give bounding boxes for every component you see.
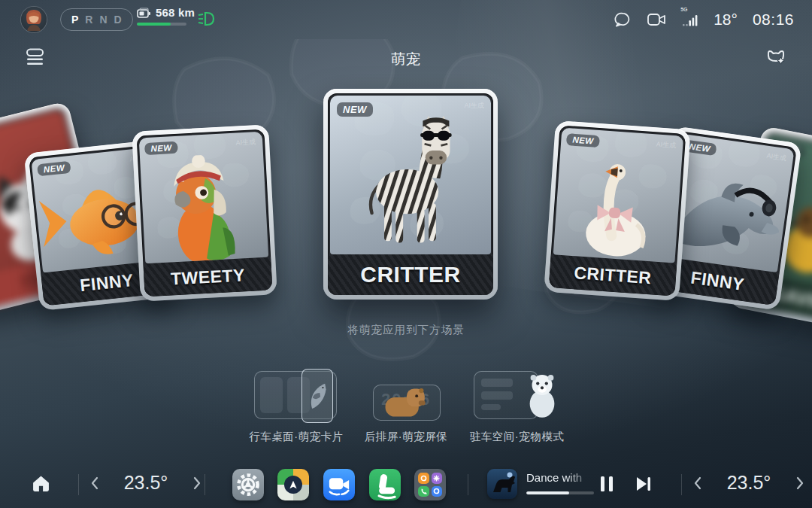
right-temp-decrease-button[interactable]	[690, 473, 705, 494]
left-temp-decrease-button[interactable]	[87, 473, 102, 494]
parrot-illustration	[156, 153, 253, 263]
dock-divider	[205, 474, 205, 495]
dock-divider	[78, 474, 79, 495]
new-badge: NEW	[144, 141, 178, 155]
app-grid-icon	[414, 469, 446, 500]
avatar-illustration	[21, 7, 47, 32]
media-player: Dance with	[487, 469, 597, 499]
gear-d: D	[114, 14, 122, 26]
video-call-status-icon[interactable]	[647, 11, 667, 28]
battery-icon	[137, 8, 151, 18]
pet-name: CRITTER	[360, 262, 461, 287]
ai-generated-label: AI生成	[235, 137, 256, 148]
pet-card-critter-zebra[interactable]: NEW AI生成 CRITTER	[323, 89, 498, 300]
network-label: 5G	[680, 7, 687, 12]
app-settings[interactable]	[232, 469, 264, 500]
app-seat[interactable]	[369, 469, 401, 500]
user-avatar[interactable]	[21, 7, 47, 32]
right-temp-increase-button[interactable]	[792, 473, 807, 494]
dock: 23.5°	[0, 461, 812, 508]
pet-name: CRITTER	[574, 263, 653, 288]
dock-divider	[681, 474, 682, 495]
pet-name: FINNY	[689, 267, 746, 295]
right-climate-control: 23.5°	[690, 472, 807, 494]
gear-r: R	[85, 14, 92, 26]
scene-label: 行车桌面·萌宠卡片	[249, 430, 343, 444]
zebra-illustration	[347, 116, 474, 254]
scene-driving-desktop[interactable]: 行车桌面·萌宠卡片	[254, 371, 338, 419]
scene-parked-pet-mode[interactable]: 驻车空间·宠物模式	[474, 371, 560, 419]
capybara-illustration	[383, 386, 429, 419]
ai-generated-label: AI生成	[464, 101, 484, 111]
left-climate-control: 23.5°	[87, 472, 205, 494]
signal-icon: 5G	[682, 12, 698, 27]
album-art[interactable]	[487, 469, 517, 499]
app-video-call[interactable]	[323, 469, 355, 500]
battery-bar-fill	[137, 23, 171, 26]
pet-card-tweety[interactable]: NEW AI生成 TWEETY	[132, 124, 277, 301]
next-track-button[interactable]	[635, 476, 652, 492]
left-temp-increase-button[interactable]	[189, 473, 205, 494]
scene-preview-pet-mode	[474, 371, 538, 419]
navigation-arrow-icon	[284, 476, 302, 494]
otter-illustration	[523, 372, 562, 418]
dock-divider	[468, 474, 468, 495]
status-bar: P R N D 568 km	[0, 0, 812, 39]
pet-name: TWEETY	[170, 265, 245, 289]
video-camera-icon	[323, 469, 355, 500]
battery-range: 568 km	[137, 6, 195, 26]
new-badge: NEW	[566, 133, 600, 148]
voice-chat-icon[interactable]	[614, 11, 632, 29]
right-temp-value[interactable]: 23.5°	[722, 472, 776, 494]
gear-icon	[232, 469, 264, 500]
swan-illustration	[570, 151, 665, 262]
low-beam-indicator-icon	[197, 10, 217, 28]
media-progress-fill	[526, 491, 569, 494]
gear-selector[interactable]: P R N D	[60, 8, 133, 31]
pet-name: FINNY	[79, 269, 135, 295]
album-art-illustration	[487, 469, 517, 499]
pause-button[interactable]	[600, 476, 614, 492]
left-temp-value[interactable]: 23.5°	[119, 472, 173, 494]
scene-preview-widgets	[254, 371, 337, 419]
app-grid[interactable]	[414, 469, 446, 500]
scene-label: 后排屏·萌宠屏保	[365, 430, 447, 444]
home-button[interactable]	[32, 474, 50, 493]
gear-n: N	[99, 14, 107, 26]
page-header: 萌宠	[0, 45, 812, 72]
clock: 08:16	[753, 11, 794, 29]
scene-rear-screen[interactable]: 20:36 后排屏·萌宠屏保	[373, 371, 439, 421]
pet-card-critter-swan[interactable]: NEW AI生成 CRITTER	[544, 120, 690, 301]
outside-temperature: 18°	[714, 11, 738, 29]
new-badge: NEW	[337, 102, 373, 117]
cat-sparkle-icon[interactable]	[765, 47, 786, 66]
seat-icon	[369, 469, 401, 500]
scene-label: 驻车空间·宠物模式	[470, 430, 564, 444]
media-progress	[526, 491, 594, 494]
scene-prompt: 将萌宠应用到下方场景	[0, 323, 812, 337]
app-navigation[interactable]	[277, 469, 309, 500]
range-value: 568 km	[156, 6, 195, 19]
gear-p: P	[71, 14, 78, 26]
scene-pet-widget	[301, 369, 333, 423]
media-title: Dance with	[526, 471, 597, 484]
ai-generated-label: AI生成	[656, 139, 676, 151]
page-title: 萌宠	[0, 50, 812, 69]
battery-bar	[137, 23, 186, 26]
